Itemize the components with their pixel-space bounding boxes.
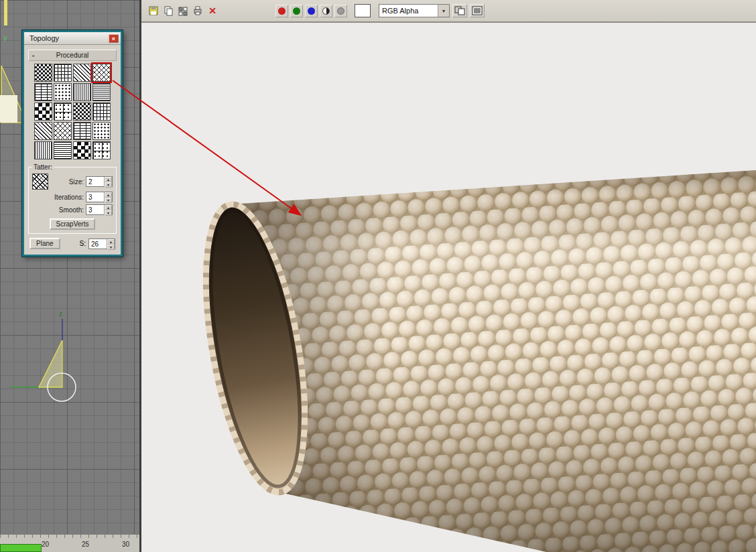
dialog-footer: Plane S: 26 ▲ ▼ [29, 238, 115, 249]
spin-down-icon[interactable]: ▼ [107, 245, 115, 250]
s-spinner[interactable]: 26 ▲ ▼ [88, 238, 115, 249]
rollout-procedural[interactable]: - Procedural [28, 50, 117, 61]
mono-channel-icon [322, 7, 330, 15]
iterations-value[interactable]: 3 [86, 192, 104, 202]
spin-up-icon[interactable]: ▲ [105, 192, 112, 198]
dialog-title: Topology [29, 34, 109, 42]
rollout-label: Procedural [56, 52, 88, 59]
channel-blue-button[interactable] [305, 5, 318, 17]
pattern-star[interactable] [73, 122, 91, 140]
rendered-image [141, 23, 756, 552]
topology-dialog: Topology × - Procedural Tatter: Size: 2 … [22, 30, 123, 257]
pattern-weave[interactable] [34, 102, 52, 121]
channel-green-button[interactable] [290, 5, 303, 17]
ruler-tick: 25 [82, 541, 89, 548]
pattern-lattice[interactable] [92, 141, 111, 159]
pattern-tatter[interactable] [92, 64, 111, 82]
pattern-offset-grid[interactable] [34, 83, 52, 101]
pattern-basket[interactable] [54, 102, 72, 121]
pattern-checker[interactable] [34, 64, 52, 82]
background-color-swatch[interactable] [355, 4, 371, 17]
plane-object-bottom [39, 340, 62, 387]
spin-up-icon[interactable]: ▲ [107, 239, 115, 245]
pattern-steps[interactable] [92, 122, 111, 140]
clone-icon [178, 5, 188, 16]
s-value[interactable]: 26 [89, 239, 107, 249]
clone-window-icon [454, 6, 465, 15]
pattern-diagonal[interactable] [34, 122, 52, 140]
plane-button[interactable]: Plane [29, 238, 60, 249]
chevron-down-icon[interactable]: ▼ [438, 5, 449, 17]
iterations-spinner[interactable]: 3 ▲ ▼ [86, 192, 113, 202]
tatter-group: Tatter: Size: 2 ▲ ▼ Iterations: 3 ▲ ▼ [28, 163, 117, 234]
copy-button[interactable] [162, 4, 175, 17]
scrapverts-button[interactable]: ScrapVerts [50, 218, 96, 230]
copy-icon [163, 5, 174, 16]
spin-down-icon[interactable]: ▼ [105, 210, 112, 216]
layers-icon [472, 6, 483, 15]
channel-red-button[interactable] [275, 5, 288, 17]
dialog-titlebar[interactable]: Topology × [24, 32, 121, 45]
spin-up-icon[interactable]: ▲ [105, 205, 112, 210]
tatter-pattern-preview[interactable] [32, 174, 48, 190]
tatter-group-label: Tatter: [32, 163, 54, 171]
pattern-planks[interactable] [54, 83, 72, 101]
plane-object-fill [0, 95, 17, 123]
save-button[interactable] [147, 4, 160, 17]
channel-display-dropdown[interactable]: RGB Alpha ▼ [379, 4, 450, 17]
green-channel-icon [293, 7, 300, 15]
pattern-dots[interactable] [73, 102, 91, 121]
pattern-bricks[interactable] [73, 64, 91, 82]
pattern-diamond[interactable] [92, 83, 111, 101]
collapse-icon[interactable]: - [32, 52, 34, 59]
pattern-hex[interactable] [73, 83, 91, 101]
print-icon [192, 5, 203, 16]
channel-alpha-button[interactable] [334, 5, 347, 17]
pattern-grid [34, 64, 111, 159]
smooth-label: Smooth: [59, 206, 84, 214]
blue-channel-icon [308, 7, 315, 15]
spin-down-icon[interactable]: ▼ [105, 182, 112, 188]
channel-display-value: RGB Alpha [379, 7, 438, 15]
save-icon [148, 5, 159, 16]
close-icon[interactable]: × [109, 34, 119, 43]
smooth-spinner[interactable]: 3 ▲ ▼ [86, 204, 113, 215]
clone-button[interactable] [176, 4, 190, 17]
spin-up-icon[interactable]: ▲ [105, 177, 112, 182]
clear-button[interactable]: ✕ [206, 4, 219, 17]
layers-button[interactable] [470, 4, 485, 17]
print-button[interactable] [191, 4, 204, 17]
timeline-ruler[interactable]: 20 25 30 [0, 534, 139, 552]
rendered-frame-canvas [141, 23, 756, 552]
ruler-tick: 30 [122, 541, 129, 548]
z-axis-label: z [59, 310, 62, 318]
size-value[interactable]: 2 [86, 177, 104, 186]
y-axis-label: y [3, 33, 7, 42]
pattern-zigzag[interactable] [54, 122, 72, 140]
pattern-stripes-v[interactable] [54, 141, 72, 159]
clone-window-button[interactable] [452, 4, 467, 17]
pattern-mesh[interactable] [34, 141, 52, 159]
pattern-cross[interactable] [92, 102, 111, 121]
viewport-edge-marker [4, 0, 7, 25]
ruler-tick: 20 [42, 541, 49, 548]
spin-down-icon[interactable]: ▼ [105, 198, 112, 203]
size-spinner[interactable]: 2 ▲ ▼ [86, 176, 113, 187]
channel-mono-button[interactable] [320, 5, 332, 17]
pattern-stripes-h[interactable] [73, 141, 91, 159]
render-window-toolbar: ✕ RGB Alpha ▼ [141, 0, 756, 23]
pattern-grid[interactable] [54, 64, 72, 82]
red-channel-icon [278, 7, 286, 15]
timeline-range-bar[interactable] [0, 544, 42, 552]
smooth-value[interactable]: 3 [86, 205, 104, 214]
size-label: Size: [69, 178, 84, 186]
s-label: S: [80, 240, 86, 247]
iterations-label: Iterations: [54, 194, 84, 201]
alpha-channel-icon [337, 7, 344, 15]
